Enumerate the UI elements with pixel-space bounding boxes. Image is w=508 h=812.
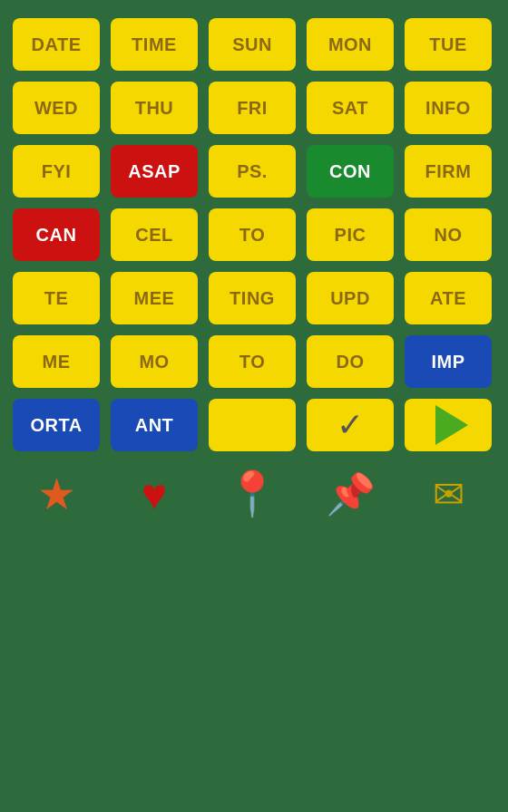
badge-label: INFO	[425, 98, 471, 119]
badge-sun[interactable]: SUN	[209, 18, 296, 71]
badge-label: FIRM	[425, 161, 472, 182]
badge-label: MO	[139, 352, 169, 372]
badge-label: CAN	[36, 225, 77, 246]
pin-icon: 📍	[225, 469, 279, 519]
badge-label: TING	[230, 288, 275, 309]
badge-play[interactable]	[405, 399, 492, 451]
badge-date[interactable]: DATE	[13, 18, 100, 71]
badge-con[interactable]: CON	[307, 145, 394, 198]
badge-pic[interactable]: PIC	[307, 208, 394, 261]
badge-mee[interactable]: MEE	[111, 272, 198, 324]
badge-thu[interactable]: THU	[111, 82, 198, 134]
badge-firm[interactable]: FIRM	[405, 145, 492, 198]
badge-label: FRI	[237, 98, 268, 119]
star-icon: ★	[37, 469, 76, 519]
badge-imp[interactable]: IMP	[405, 335, 492, 388]
badge-mon[interactable]: MON	[307, 18, 394, 71]
badge-plain-yellow[interactable]	[209, 399, 296, 451]
star-icon-cell[interactable]: ★	[13, 462, 100, 526]
badge-mo[interactable]: MO	[111, 335, 198, 388]
badge-label: DO	[337, 352, 365, 372]
badge-label: ATE	[430, 288, 466, 309]
badge-can[interactable]: CAN	[13, 208, 100, 261]
badge-label: TO	[239, 352, 265, 372]
badge-label: THU	[135, 98, 174, 119]
thumbtack-icon: 📌	[326, 470, 376, 517]
badge-label: UPD	[330, 288, 370, 309]
badge-label: MON	[328, 34, 372, 55]
badge-info[interactable]: INFO	[405, 82, 492, 134]
badge-fyi[interactable]: FYI	[13, 145, 100, 198]
badge-ting[interactable]: TING	[209, 272, 296, 324]
badge-label: NO	[435, 225, 463, 246]
badge-no[interactable]: NO	[405, 208, 492, 261]
badge-asap[interactable]: ASAP	[111, 145, 198, 198]
badge-ps[interactable]: PS.	[209, 145, 296, 198]
badge-label: SUN	[232, 34, 272, 55]
badge-tue[interactable]: TUE	[405, 18, 492, 71]
badge-upd[interactable]: UPD	[307, 272, 394, 324]
badge-wed[interactable]: WED	[13, 82, 100, 134]
badge-orta[interactable]: ORTA	[13, 399, 100, 451]
badge-te[interactable]: TE	[13, 272, 100, 324]
heart-icon-cell[interactable]: ♥	[111, 462, 198, 526]
icon-row: ★♥📍📌✉	[13, 462, 495, 526]
badge-checkmark[interactable]: ✓	[307, 399, 394, 451]
pin-icon-cell[interactable]: 📍	[209, 462, 296, 526]
badge-label: TUE	[429, 34, 467, 55]
badge-sat[interactable]: SAT	[307, 82, 394, 134]
badge-label: PS.	[237, 161, 268, 182]
badge-ant[interactable]: ANT	[111, 399, 198, 451]
thumbtack-icon-cell[interactable]: 📌	[307, 462, 394, 526]
badge-label: TIME	[132, 34, 177, 55]
envelope-icon-cell[interactable]: ✉	[405, 462, 492, 526]
badge-grid: DATETIMESUNMONTUEWEDTHUFRISATINFOFYIASAP…	[13, 18, 495, 451]
badge-label: CEL	[135, 225, 173, 246]
badge-to[interactable]: TO	[209, 208, 296, 261]
badge-label: ME	[43, 352, 71, 372]
badge-label: PIC	[335, 225, 366, 246]
play-triangle-icon	[435, 405, 468, 445]
badge-to[interactable]: TO	[209, 335, 296, 388]
badge-label: CON	[329, 161, 371, 182]
badge-ate[interactable]: ATE	[405, 272, 492, 324]
badge-do[interactable]: DO	[307, 335, 394, 388]
badge-label: TE	[44, 288, 69, 309]
badge-cel[interactable]: CEL	[111, 208, 198, 261]
badge-label: ORTA	[30, 415, 82, 436]
badge-label: ANT	[135, 415, 174, 436]
badge-label: DATE	[32, 34, 82, 55]
badge-label: MEE	[134, 288, 175, 309]
badge-label: FYI	[42, 161, 72, 182]
envelope-icon: ✉	[433, 472, 464, 517]
badge-label: SAT	[332, 98, 368, 119]
badge-label: WED	[34, 98, 78, 119]
badge-label: ASAP	[128, 161, 181, 182]
badge-time[interactable]: TIME	[111, 18, 198, 71]
badge-label: IMP	[431, 352, 464, 372]
badge-label: TO	[239, 225, 265, 246]
badge-fri[interactable]: FRI	[209, 82, 296, 134]
checkmark-symbol: ✓	[337, 406, 364, 444]
badge-me[interactable]: ME	[13, 335, 100, 388]
heart-icon: ♥	[142, 469, 168, 519]
